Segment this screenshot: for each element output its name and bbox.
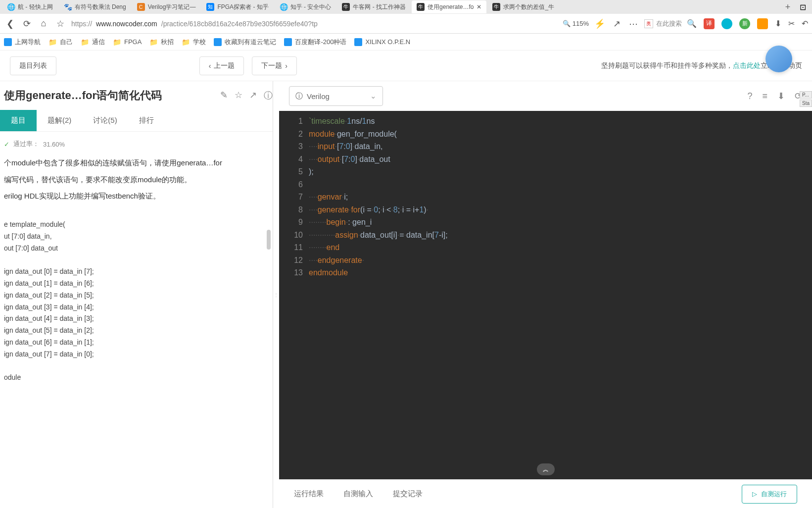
download-icon[interactable]: ⬇ [775, 19, 781, 28]
bookmark-label: 收藏到有道云笔记 [225, 38, 276, 47]
info-icon[interactable]: ⓘ [264, 90, 273, 102]
editor-panel: ⓘ Verilog ⌄ ? ≡ ⬇ ⟳ P...Sta 123456789101… [279, 81, 812, 508]
problem-tab[interactable]: 排行 [128, 110, 165, 131]
bookmark-favicon [214, 38, 222, 46]
tab-label: 使用generate…fo [428, 3, 474, 11]
browser-tab[interactable]: 🌐知乎 - 安全中心 [275, 0, 336, 13]
browser-tab[interactable]: 🌐航 - 轻快上网 [2, 0, 58, 13]
problem-body: 个module中包含了很多相似的连续赋值语句，请使用generata…for 编… [0, 156, 273, 508]
scroll-top-button[interactable]: ︽ [537, 463, 555, 475]
tab-favicon: 知 [206, 3, 214, 11]
edit-icon[interactable]: ✎ [220, 90, 228, 102]
bookmark-favicon [4, 38, 12, 46]
next-problem-button[interactable]: 下一题 › [252, 56, 297, 75]
tab-label: Verilog学习笔记— [148, 3, 196, 11]
translate-icon[interactable]: 译 [704, 18, 715, 29]
bookmark-bar: 上网导航📁自己📁通信📁FPGA📁秋招📁学校收藏到有道云笔记百度翻译-200种语X… [0, 34, 812, 51]
run-button[interactable]: ▷ 自测运行 [742, 485, 797, 504]
search-icon[interactable]: 🔍 [687, 19, 697, 28]
tab-favicon: 🐾 [64, 3, 72, 11]
folder-icon: 📁 [48, 38, 57, 46]
search-box[interactable]: 奥 在此搜索 [644, 19, 682, 28]
problem-tab[interactable]: 题解(2) [37, 110, 82, 131]
zoom-control[interactable]: 🔍 115% [563, 20, 589, 27]
panel-splitter[interactable]: ⋮ [273, 81, 279, 508]
browser-tab[interactable]: 知FPGA探索者 - 知乎 [201, 0, 273, 13]
bookmark-item[interactable]: 📁自己 [48, 38, 73, 47]
bookmark-label: 学校 [193, 38, 206, 47]
share-icon[interactable]: ↗ [611, 18, 622, 30]
help-icon[interactable]: ? [747, 91, 752, 102]
problem-tab[interactable]: 讨论(5) [82, 110, 128, 131]
problem-title: 使用generate…for语句简化代码 [4, 88, 216, 103]
bookmark-label: 自己 [60, 38, 73, 47]
open-link-icon[interactable]: ↗ [249, 90, 257, 102]
tab-label: 牛客网 - 找工作神器 [353, 3, 406, 11]
left-scrollbar[interactable] [267, 230, 271, 250]
ext-icon-3[interactable] [757, 18, 768, 29]
stats-row: ✓ 通过率： 31.60% [0, 132, 273, 156]
favorite-icon[interactable]: ☆ [235, 90, 242, 102]
line-gutter: 12345678910111213 [279, 111, 309, 479]
download-icon[interactable]: ⬇ [777, 91, 785, 102]
ext-icon-1[interactable] [721, 18, 732, 29]
reward-link[interactable]: 点击此处 [733, 61, 761, 69]
browser-tab[interactable]: 🐾有符号数乘法 Deng [59, 0, 131, 13]
editor-tag[interactable]: Sta [800, 100, 812, 107]
bookmark-item[interactable]: 📁FPGA [113, 38, 142, 46]
folder-icon: 📁 [81, 38, 89, 46]
bookmark-item[interactable]: XILINX O.P.E.N [354, 38, 410, 46]
language-select[interactable]: ⓘ Verilog ⌄ [289, 86, 383, 106]
problem-tab[interactable]: 题目 [0, 110, 37, 131]
problem-tabs: 题目题解(2)讨论(5)排行 [0, 110, 273, 132]
undo-icon[interactable]: ↶ [802, 19, 808, 28]
url-input[interactable]: https://www.nowcoder.com/practice/618cb8… [71, 20, 558, 28]
star-button[interactable]: ☆ [54, 18, 66, 30]
bookmark-item[interactable]: 📁学校 [182, 38, 206, 47]
problem-desc-1: 个module中包含了很多相似的连续赋值语句，请使用generata…for [4, 156, 269, 169]
footer-tab-result[interactable]: 运行结果 [294, 489, 324, 499]
folder-icon: 📁 [113, 38, 121, 46]
bookmark-item[interactable]: 收藏到有道云笔记 [214, 38, 276, 47]
code-editor[interactable]: 12345678910111213 `timescale·1ns/1nsmodu… [279, 111, 812, 479]
footer-tab-submit[interactable]: 提交记录 [393, 489, 423, 499]
editor-tag[interactable]: P... [800, 91, 812, 99]
tab-close-button[interactable]: ✕ [477, 3, 481, 10]
bookmark-favicon [354, 38, 362, 46]
bookmark-item[interactable]: 📁秋招 [149, 38, 174, 47]
folder-icon: 📁 [182, 38, 190, 46]
browser-tab[interactable]: 牛使用generate…fo✕ [412, 0, 486, 13]
bookmark-label: 百度翻译-200种语 [295, 38, 346, 47]
problem-code-snippet: e template_module(ut [7:0] data_in,out [… [4, 219, 269, 384]
tab-favicon: 🌐 [280, 3, 287, 11]
search-engine-icon: 奥 [644, 19, 653, 28]
code-content[interactable]: `timescale·1ns/1nsmodule·gen_for_module(… [309, 111, 812, 479]
floating-avatar[interactable] [765, 46, 792, 72]
back-button[interactable]: ❮ [4, 18, 16, 30]
url-protocol: https:// [71, 20, 92, 28]
bookmark-item[interactable]: 📁通信 [81, 38, 105, 47]
new-tab-button[interactable]: + [781, 2, 795, 12]
footer-tab-input[interactable]: 自测输入 [343, 489, 373, 499]
prev-problem-button[interactable]: ‹ 上一题 [199, 56, 244, 75]
bookmark-item[interactable]: 百度翻译-200种语 [284, 38, 346, 47]
more-icon[interactable]: ⋯ [627, 18, 639, 30]
home-button[interactable]: ⌂ [38, 18, 49, 30]
problem-list-button[interactable]: 题目列表 [10, 56, 56, 75]
ext-icon-2[interactable]: 新 [739, 18, 750, 29]
cut-icon[interactable]: ✂ [788, 19, 795, 28]
tab-overflow-icon[interactable]: ⊡ [796, 2, 810, 12]
bookmark-label: 通信 [92, 38, 105, 47]
bookmark-label: FPGA [124, 38, 142, 46]
flash-icon[interactable]: ⚡ [594, 18, 606, 30]
browser-tab[interactable]: 牛求两个数的差值_牛 [487, 0, 559, 13]
tab-label: 求两个数的差值_牛 [503, 3, 554, 11]
bookmark-item[interactable]: 上网导航 [4, 38, 41, 47]
page-header: 题目列表 ‹ 上一题 下一题 › 坚持刷题可以获得牛币和挂件等多种奖励，点击此处… [0, 51, 812, 81]
browser-tab[interactable]: CVerilog学习笔记— [132, 0, 201, 13]
tab-favicon: 牛 [342, 3, 350, 11]
list-icon[interactable]: ≡ [762, 91, 767, 102]
refresh-button[interactable]: ⟳ [21, 18, 33, 30]
bookmark-label: XILINX O.P.E.N [365, 38, 410, 46]
browser-tab[interactable]: 牛牛客网 - 找工作神器 [337, 0, 411, 13]
